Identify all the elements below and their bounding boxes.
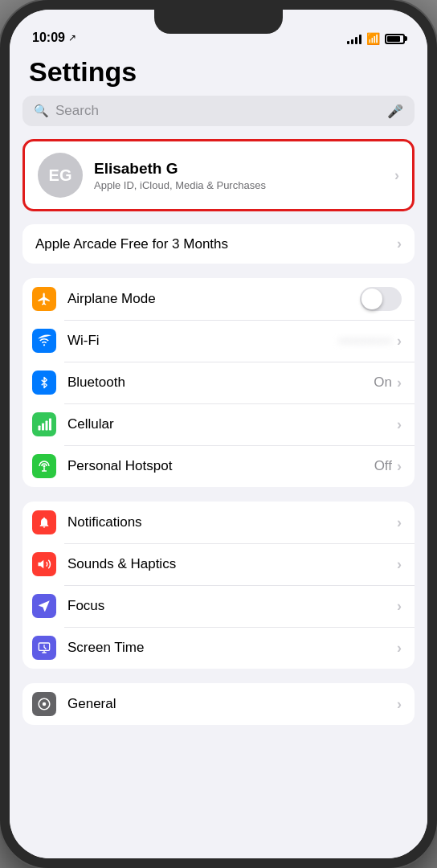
- phone-frame: 10:09 ↗ 📶 Settings: [0, 0, 437, 868]
- hotspot-row[interactable]: Personal Hotspot Off ›: [22, 445, 415, 487]
- focus-icon: [32, 594, 56, 618]
- screen-time-chevron-icon: ›: [397, 640, 402, 657]
- microphone-icon[interactable]: 🎤: [387, 104, 403, 119]
- airplane-mode-label: Airplane Mode: [67, 291, 360, 307]
- cellular-icon: [32, 412, 56, 436]
- sounds-row[interactable]: Sounds & Haptics ›: [22, 543, 415, 585]
- focus-chevron-icon: ›: [397, 598, 402, 615]
- notifications-chevron-icon: ›: [397, 514, 402, 531]
- general-chevron-icon: ›: [397, 696, 402, 713]
- general-group-partial: General ›: [22, 683, 415, 725]
- hotspot-value: Off: [374, 458, 392, 474]
- wifi-setting-icon: [32, 329, 56, 353]
- screen-time-icon: [32, 636, 56, 660]
- bluetooth-icon: [32, 371, 56, 395]
- profile-subtitle: Apple ID, iCloud, Media & Purchases: [94, 179, 394, 191]
- profile-name: Elisabeth G: [94, 160, 394, 178]
- wifi-chevron-icon: ›: [397, 333, 402, 350]
- hotspot-chevron-icon: ›: [397, 458, 402, 475]
- sounds-chevron-icon: ›: [397, 556, 402, 573]
- search-icon: 🔍: [34, 104, 49, 118]
- signal-bars-icon: [347, 33, 361, 44]
- airplane-mode-toggle[interactable]: [360, 287, 402, 311]
- battery-icon: [385, 34, 405, 44]
- notifications-label: Notifications: [67, 514, 397, 530]
- notifications-icon: [32, 510, 56, 534]
- airplane-icon: [32, 287, 56, 311]
- page-title: Settings: [10, 50, 427, 96]
- svg-rect-3: [46, 421, 48, 431]
- svg-point-0: [43, 344, 45, 346]
- status-icons: 📶: [347, 32, 405, 45]
- notifications-row[interactable]: Notifications ›: [22, 502, 415, 543]
- wifi-label: Wi-Fi: [67, 333, 338, 349]
- bluetooth-row[interactable]: Bluetooth On ›: [22, 362, 415, 403]
- cellular-label: Cellular: [67, 416, 397, 432]
- arcade-label: Apple Arcade Free for 3 Months: [35, 236, 397, 252]
- bluetooth-value: On: [374, 375, 392, 391]
- arcade-chevron-icon: ›: [397, 235, 402, 252]
- profile-chevron-icon: ›: [394, 167, 399, 184]
- phone-screen: 10:09 ↗ 📶 Settings: [10, 10, 427, 858]
- sounds-label: Sounds & Haptics: [67, 556, 397, 572]
- search-placeholder: Search: [55, 103, 381, 119]
- arcade-banner[interactable]: Apple Arcade Free for 3 Months ›: [22, 224, 415, 264]
- hotspot-icon: [32, 454, 56, 478]
- bluetooth-chevron-icon: ›: [397, 375, 402, 391]
- system-settings-group: Notifications › Sounds & Haptics ›: [22, 502, 415, 669]
- svg-rect-2: [42, 424, 44, 431]
- bluetooth-label: Bluetooth: [67, 375, 374, 391]
- screen-content[interactable]: Settings 🔍 Search 🎤 EG Elisabeth G Apple…: [10, 50, 427, 858]
- svg-rect-1: [39, 426, 41, 431]
- general-label: General: [67, 696, 397, 712]
- focus-row[interactable]: Focus ›: [22, 585, 415, 627]
- profile-info: Elisabeth G Apple ID, iCloud, Media & Pu…: [94, 160, 394, 191]
- general-icon: [32, 692, 56, 716]
- status-time: 10:09: [32, 31, 65, 45]
- location-arrow-icon: ↗: [68, 32, 76, 43]
- avatar: EG: [38, 153, 83, 198]
- svg-point-5: [43, 465, 46, 468]
- profile-card[interactable]: EG Elisabeth G Apple ID, iCloud, Media &…: [22, 139, 415, 211]
- general-row[interactable]: General ›: [22, 683, 415, 725]
- sounds-icon: [32, 552, 56, 576]
- cellular-chevron-icon: ›: [397, 416, 402, 433]
- network-settings-group: Airplane Mode Wi-Fi: [22, 278, 415, 487]
- svg-point-10: [43, 702, 47, 706]
- wifi-status-icon: 📶: [366, 32, 380, 45]
- wifi-row[interactable]: Wi-Fi •••••••••••• ›: [22, 320, 415, 362]
- svg-marker-8: [39, 560, 44, 569]
- cellular-row[interactable]: Cellular ›: [22, 403, 415, 445]
- notch: [154, 10, 283, 34]
- svg-rect-4: [49, 419, 51, 431]
- search-bar[interactable]: 🔍 Search 🎤: [22, 96, 415, 126]
- focus-label: Focus: [67, 598, 397, 614]
- screen-time-label: Screen Time: [67, 640, 397, 656]
- screen-time-row[interactable]: Screen Time ›: [22, 627, 415, 669]
- airplane-mode-row[interactable]: Airplane Mode: [22, 278, 415, 320]
- hotspot-label: Personal Hotspot: [67, 458, 374, 474]
- wifi-value: ••••••••••••: [338, 335, 392, 347]
